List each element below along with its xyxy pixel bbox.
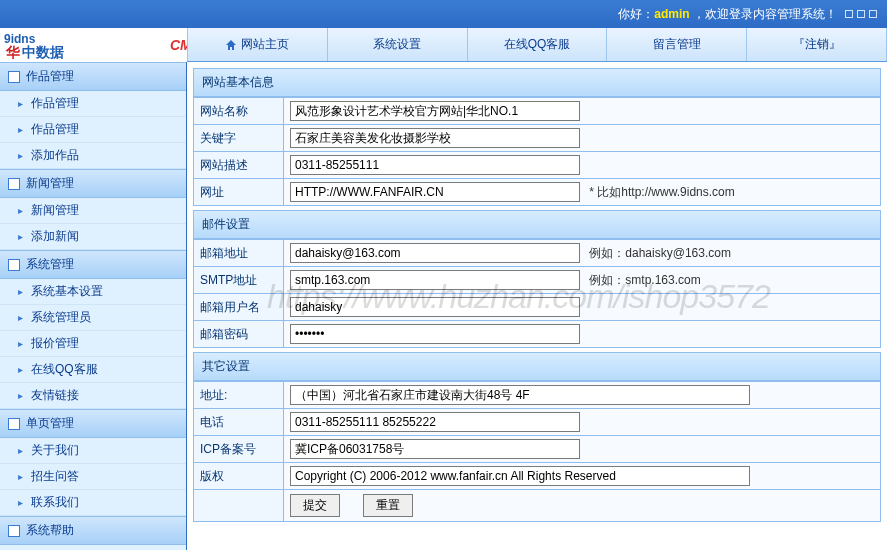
window-controls[interactable] bbox=[845, 10, 877, 18]
label-mail-addr: 邮箱地址 bbox=[194, 240, 284, 267]
header-strip: 9idns 华 中数据 CMS 网站主页 系统设置 在线QQ客服 留言管理 『注… bbox=[0, 28, 887, 62]
input-description[interactable] bbox=[290, 155, 580, 175]
label-description: 网站描述 bbox=[194, 152, 284, 179]
sidebar-group-head-1[interactable]: 新闻管理 bbox=[0, 169, 186, 198]
folder-icon bbox=[8, 418, 20, 430]
input-keywords[interactable] bbox=[290, 128, 580, 148]
label-address: 地址: bbox=[194, 382, 284, 409]
sidebar-item-3-1[interactable]: 招生问答 bbox=[0, 464, 186, 490]
input-smtp[interactable] bbox=[290, 270, 580, 290]
tab-logout[interactable]: 『注销』 bbox=[747, 28, 887, 61]
sidebar-group-title: 系统帮助 bbox=[26, 522, 74, 539]
label-phone: 电话 bbox=[194, 409, 284, 436]
sidebar-item-4-0[interactable]: 系统在线帮助 bbox=[0, 545, 186, 550]
sidebar: 作品管理作品管理作品管理添加作品新闻管理新闻管理添加新闻系统管理系统基本设置系统… bbox=[0, 62, 187, 550]
input-mail-addr[interactable] bbox=[290, 243, 580, 263]
input-site-name[interactable] bbox=[290, 101, 580, 121]
logo: 9idns 华 中数据 CMS bbox=[0, 28, 187, 62]
label-keywords: 关键字 bbox=[194, 125, 284, 152]
folder-icon bbox=[8, 259, 20, 271]
folder-icon bbox=[8, 71, 20, 83]
label-mail-pass: 邮箱密码 bbox=[194, 321, 284, 348]
input-copyright[interactable] bbox=[290, 466, 750, 486]
tab-system-settings[interactable]: 系统设置 bbox=[328, 28, 468, 61]
label-smtp: SMTP地址 bbox=[194, 267, 284, 294]
top-bar: 你好：admin ，欢迎登录内容管理系统！ bbox=[0, 0, 887, 28]
folder-icon bbox=[8, 525, 20, 537]
svg-text:华: 华 bbox=[5, 44, 21, 59]
logo-icon: 9idns 华 中数据 bbox=[4, 31, 164, 59]
sidebar-item-2-0[interactable]: 系统基本设置 bbox=[0, 279, 186, 305]
sidebar-group-head-0[interactable]: 作品管理 bbox=[0, 62, 186, 91]
hint-url: * 比如http://www.9idns.com bbox=[589, 185, 734, 199]
reset-button[interactable]: 重置 bbox=[363, 494, 413, 517]
label-url: 网址 bbox=[194, 179, 284, 206]
sidebar-item-0-0[interactable]: 作品管理 bbox=[0, 91, 186, 117]
label-site-name: 网站名称 bbox=[194, 98, 284, 125]
sidebar-group-head-3[interactable]: 单页管理 bbox=[0, 409, 186, 438]
tab-qq-support[interactable]: 在线QQ客服 bbox=[468, 28, 608, 61]
sidebar-group-head-4[interactable]: 系统帮助 bbox=[0, 516, 186, 545]
sidebar-group-title: 系统管理 bbox=[26, 256, 74, 273]
submit-button[interactable]: 提交 bbox=[290, 494, 340, 517]
sidebar-item-2-1[interactable]: 系统管理员 bbox=[0, 305, 186, 331]
hint-mail-addr: 例如：dahaisky@163.com bbox=[589, 246, 731, 260]
sidebar-group-title: 作品管理 bbox=[26, 68, 74, 85]
tab-home[interactable]: 网站主页 bbox=[188, 28, 328, 61]
section-basic-info: 网站基本信息 bbox=[193, 68, 881, 97]
sidebar-item-2-2[interactable]: 报价管理 bbox=[0, 331, 186, 357]
main-content: 网站基本信息 网站名称 关键字 网站描述 网址 * 比如http://www.9… bbox=[187, 62, 887, 550]
input-mail-user[interactable] bbox=[290, 297, 580, 317]
sidebar-group-title: 单页管理 bbox=[26, 415, 74, 432]
sidebar-item-2-3[interactable]: 在线QQ客服 bbox=[0, 357, 186, 383]
input-phone[interactable] bbox=[290, 412, 580, 432]
input-mail-pass[interactable] bbox=[290, 324, 580, 344]
label-icp: ICP备案号 bbox=[194, 436, 284, 463]
input-address[interactable] bbox=[290, 385, 750, 405]
folder-icon bbox=[8, 178, 20, 190]
sidebar-group-head-2[interactable]: 系统管理 bbox=[0, 250, 186, 279]
svg-text:中数据: 中数据 bbox=[22, 44, 64, 59]
sidebar-item-3-2[interactable]: 联系我们 bbox=[0, 490, 186, 516]
sidebar-item-1-0[interactable]: 新闻管理 bbox=[0, 198, 186, 224]
input-url[interactable] bbox=[290, 182, 580, 202]
input-icp[interactable] bbox=[290, 439, 580, 459]
sidebar-group-title: 新闻管理 bbox=[26, 175, 74, 192]
sidebar-item-0-2[interactable]: 添加作品 bbox=[0, 143, 186, 169]
sidebar-item-2-4[interactable]: 友情链接 bbox=[0, 383, 186, 409]
sidebar-item-3-0[interactable]: 关于我们 bbox=[0, 438, 186, 464]
home-icon bbox=[225, 39, 237, 51]
hint-smtp: 例如：smtp.163.com bbox=[589, 273, 700, 287]
main-tabs: 网站主页 系统设置 在线QQ客服 留言管理 『注销』 bbox=[187, 28, 887, 61]
greeting: 你好：admin ，欢迎登录内容管理系统！ bbox=[618, 6, 837, 23]
tab-messages[interactable]: 留言管理 bbox=[607, 28, 747, 61]
label-copyright: 版权 bbox=[194, 463, 284, 490]
sidebar-item-1-1[interactable]: 添加新闻 bbox=[0, 224, 186, 250]
section-mail: 邮件设置 bbox=[193, 210, 881, 239]
section-other: 其它设置 bbox=[193, 352, 881, 381]
label-mail-user: 邮箱用户名 bbox=[194, 294, 284, 321]
username: admin bbox=[654, 7, 689, 21]
sidebar-item-0-1[interactable]: 作品管理 bbox=[0, 117, 186, 143]
